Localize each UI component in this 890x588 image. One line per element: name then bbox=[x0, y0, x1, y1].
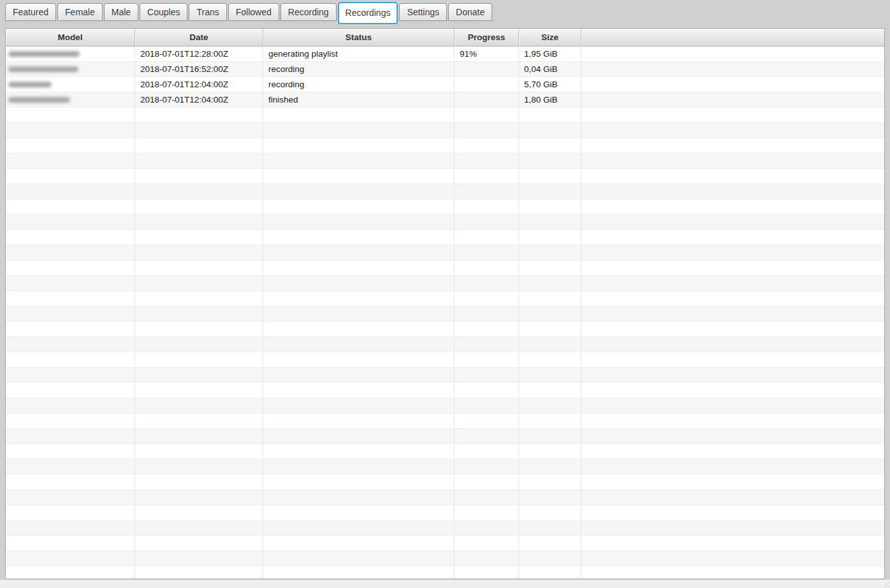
empty-cell bbox=[455, 520, 519, 536]
empty-cell bbox=[263, 566, 455, 580]
recordings-table: ModelDateStatusProgressSize 2018-07-01T1… bbox=[5, 28, 885, 580]
empty-table-row bbox=[6, 413, 884, 429]
empty-cell bbox=[581, 138, 884, 154]
column-header-filler bbox=[581, 29, 884, 46]
empty-cell bbox=[455, 306, 519, 322]
empty-cell bbox=[455, 429, 519, 444]
empty-cell bbox=[263, 322, 455, 337]
empty-cell bbox=[135, 551, 263, 566]
table-header-row: ModelDateStatusProgressSize bbox=[6, 29, 884, 47]
empty-cell bbox=[135, 429, 263, 444]
tab-followed[interactable]: Followed bbox=[228, 3, 279, 21]
empty-table-row bbox=[6, 398, 884, 413]
empty-cell bbox=[455, 398, 519, 413]
cell-model bbox=[6, 92, 135, 108]
empty-table-row bbox=[6, 123, 884, 138]
empty-cell bbox=[135, 199, 263, 215]
empty-cell bbox=[263, 215, 455, 230]
column-header-date[interactable]: Date bbox=[135, 29, 263, 46]
empty-cell bbox=[6, 566, 135, 580]
empty-cell bbox=[455, 184, 519, 199]
empty-cell bbox=[455, 291, 519, 306]
empty-cell bbox=[581, 154, 884, 169]
empty-cell bbox=[135, 169, 263, 184]
empty-cell bbox=[135, 276, 263, 291]
tab-trans[interactable]: Trans bbox=[189, 3, 226, 21]
column-header-status[interactable]: Status bbox=[263, 29, 455, 46]
empty-cell bbox=[519, 245, 581, 261]
cell-progress bbox=[455, 92, 519, 108]
empty-cell bbox=[581, 123, 884, 138]
empty-cell bbox=[263, 138, 455, 154]
empty-cell bbox=[455, 368, 519, 383]
empty-cell bbox=[455, 459, 519, 475]
empty-cell bbox=[6, 520, 135, 536]
empty-cell bbox=[6, 551, 135, 566]
tab-recording[interactable]: Recording bbox=[281, 3, 337, 21]
table-row[interactable]: 2018-07-01T16:52:00Zrecording0,04 GiB bbox=[6, 62, 884, 77]
empty-cell bbox=[519, 123, 581, 138]
empty-cell bbox=[135, 459, 263, 475]
table-row[interactable]: 2018-07-01T12:04:00Zfinished1,80 GiB bbox=[6, 92, 884, 108]
empty-cell bbox=[135, 337, 263, 352]
empty-cell bbox=[519, 520, 581, 536]
column-header-progress[interactable]: Progress bbox=[455, 29, 519, 46]
empty-table-row bbox=[6, 276, 884, 291]
empty-cell bbox=[581, 490, 884, 505]
table-row[interactable]: 2018-07-01T12:04:00Zrecording5,70 GiB bbox=[6, 77, 884, 92]
resize-grip-icon[interactable] bbox=[882, 580, 889, 587]
empty-cell bbox=[455, 261, 519, 276]
empty-cell bbox=[519, 199, 581, 215]
empty-cell bbox=[263, 199, 455, 215]
empty-cell bbox=[135, 475, 263, 490]
redacted-model-name bbox=[8, 66, 78, 72]
empty-table-row bbox=[6, 184, 884, 199]
empty-cell bbox=[455, 383, 519, 398]
empty-cell bbox=[455, 138, 519, 154]
empty-cell bbox=[581, 520, 884, 536]
empty-cell bbox=[455, 475, 519, 490]
empty-cell bbox=[455, 566, 519, 580]
empty-cell bbox=[135, 566, 263, 580]
empty-cell bbox=[581, 215, 884, 230]
empty-cell bbox=[581, 306, 884, 322]
column-header-model[interactable]: Model bbox=[6, 29, 135, 46]
tab-featured[interactable]: Featured bbox=[5, 3, 56, 21]
empty-cell bbox=[263, 459, 455, 475]
empty-cell bbox=[455, 444, 519, 459]
cell-status: recording bbox=[263, 77, 455, 92]
empty-cell bbox=[581, 108, 884, 123]
empty-cell bbox=[455, 230, 519, 245]
empty-cell bbox=[519, 475, 581, 490]
empty-cell bbox=[6, 230, 135, 245]
tab-female[interactable]: Female bbox=[57, 3, 103, 21]
tab-male[interactable]: Male bbox=[104, 3, 138, 21]
empty-cell bbox=[581, 230, 884, 245]
empty-cell bbox=[455, 123, 519, 138]
empty-cell bbox=[263, 413, 455, 429]
redacted-model-name bbox=[8, 51, 80, 57]
empty-cell bbox=[455, 413, 519, 429]
cell-progress bbox=[455, 62, 519, 77]
column-header-size[interactable]: Size bbox=[519, 29, 581, 46]
empty-table-row bbox=[6, 337, 884, 352]
tab-settings[interactable]: Settings bbox=[399, 3, 447, 21]
tab-donate[interactable]: Donate bbox=[448, 3, 492, 21]
empty-cell bbox=[6, 215, 135, 230]
table-body: 2018-07-01T12:28:00Zgenerating playlist9… bbox=[6, 47, 884, 580]
empty-cell bbox=[263, 505, 455, 520]
empty-cell bbox=[6, 291, 135, 306]
table-row[interactable]: 2018-07-01T12:28:00Zgenerating playlist9… bbox=[6, 47, 884, 62]
empty-table-row bbox=[6, 138, 884, 154]
tab-couples[interactable]: Couples bbox=[140, 3, 187, 21]
empty-cell bbox=[263, 337, 455, 352]
empty-table-row bbox=[6, 291, 884, 306]
empty-cell bbox=[519, 184, 581, 199]
empty-cell bbox=[6, 306, 135, 322]
empty-cell bbox=[519, 337, 581, 352]
empty-cell bbox=[519, 429, 581, 444]
empty-cell bbox=[6, 505, 135, 520]
empty-cell bbox=[263, 429, 455, 444]
empty-cell bbox=[263, 536, 455, 551]
tab-recordings[interactable]: Recordings bbox=[338, 2, 398, 24]
